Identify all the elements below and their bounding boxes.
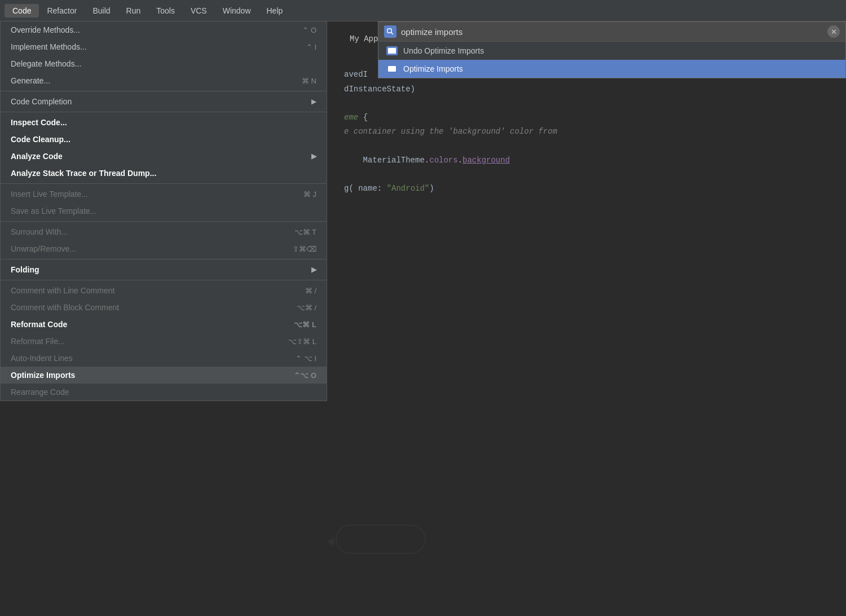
- separator-2: [1, 112, 327, 112]
- editor-line-4: eme {: [344, 111, 829, 125]
- search-overlay: ✕ Undo Optimize Imports Optimize Imports: [378, 21, 846, 78]
- separator-1: [1, 91, 327, 91]
- folding-arrow-icon: ▶: [311, 266, 316, 274]
- editor-line-3: [344, 96, 829, 111]
- menubar-run[interactable]: Run: [118, 4, 149, 17]
- menu-insert-live-template-shortcut: ⌘ J: [303, 190, 316, 199]
- analyze-code-arrow-icon: ▶: [311, 152, 316, 160]
- menu-analyze-stack-trace-label: Analyze Stack Trace or Thread Dump...: [11, 169, 156, 178]
- search-result-optimize-imports[interactable]: Optimize Imports: [378, 60, 845, 78]
- menu-override-methods-label: Override Methods...: [11, 25, 80, 34]
- search-prefix-icon: [384, 25, 396, 38]
- editor-line-2: dInstanceState): [344, 82, 829, 96]
- editor-line-9: g( name: "Android"): [344, 182, 829, 196]
- separator-3: [1, 183, 327, 184]
- menu-reformat-file[interactable]: Reformat File... ⌥⇧⌘ L: [1, 333, 327, 350]
- result-icon-undo: [386, 46, 398, 55]
- menu-comment-block[interactable]: Comment with Block Comment ⌥⌘ /: [1, 299, 327, 316]
- menubar-tools[interactable]: Tools: [148, 4, 183, 17]
- menu-rearrange-code-label: Rearrange Code: [11, 388, 69, 397]
- menu-implement-methods-label: Implement Methods...: [11, 42, 87, 51]
- editor-line-5: e container using the 'background' color…: [344, 125, 829, 139]
- menu-delegate-methods[interactable]: Delegate Methods...: [1, 55, 327, 72]
- menu-analyze-code-label: Analyze Code: [11, 152, 63, 161]
- menubar-build[interactable]: Build: [85, 4, 118, 17]
- menu-code-cleanup-label: Code Cleanup...: [11, 135, 70, 144]
- menu-analyze-stack-trace[interactable]: Analyze Stack Trace or Thread Dump...: [1, 165, 327, 182]
- editor-code: avedI dInstanceState) eme { e container …: [344, 68, 829, 196]
- menubar-help[interactable]: Help: [259, 4, 291, 17]
- menu-inspect-code-label: Inspect Code...: [11, 118, 67, 127]
- menu-surround-with-shortcut: ⌥⌘ T: [294, 228, 316, 236]
- tooltip-arrow-icon: [327, 537, 334, 546]
- code-menu-dropdown: Override Methods... ⌃ O Implement Method…: [0, 21, 327, 401]
- menu-reformat-code[interactable]: Reformat Code ⌥⌘ L: [1, 316, 327, 333]
- menu-code-completion-label: Code Completion: [11, 97, 72, 106]
- menu-folding[interactable]: Folding ▶: [1, 261, 327, 278]
- menu-override-methods[interactable]: Override Methods... ⌃ O: [1, 21, 327, 38]
- separator-6: [1, 280, 327, 280]
- menu-auto-indent[interactable]: Auto-Indent Lines ⌃ ⌥ I: [1, 350, 327, 367]
- result-icon-optimize-inner: [388, 66, 396, 72]
- tooltip-box: [336, 525, 426, 554]
- menu-override-methods-shortcut: ⌃ O: [302, 26, 316, 34]
- editor-line-7: MaterialTheme.colors.background: [344, 153, 829, 168]
- menu-auto-indent-label: Auto-Indent Lines: [11, 354, 73, 363]
- menubar-refactor[interactable]: Refactor: [39, 4, 85, 17]
- menubar: Code Refactor Build Run Tools VCS Window…: [0, 0, 846, 21]
- menu-reformat-code-shortcut: ⌥⌘ L: [294, 320, 316, 329]
- separator-4: [1, 221, 327, 222]
- menu-implement-methods-shortcut: ⌃ I: [306, 43, 316, 51]
- menu-optimize-imports-shortcut: ⌃⌥ O: [294, 371, 316, 380]
- menu-reformat-file-label: Reformat File...: [11, 337, 65, 346]
- search-result-optimize-label: Optimize Imports: [403, 64, 463, 73]
- search-input[interactable]: [401, 27, 827, 37]
- menu-implement-methods[interactable]: Implement Methods... ⌃ I: [1, 38, 327, 55]
- menu-reformat-file-shortcut: ⌥⇧⌘ L: [288, 337, 316, 346]
- menu-analyze-code[interactable]: Analyze Code ▶: [1, 148, 327, 165]
- search-result-undo-optimize-imports[interactable]: Undo Optimize Imports: [378, 42, 845, 60]
- menu-auto-indent-shortcut: ⌃ ⌥ I: [296, 354, 316, 363]
- menu-generate-shortcut: ⌘ N: [302, 77, 316, 85]
- menu-save-live-template[interactable]: Save as Live Template...: [1, 203, 327, 219]
- editor-line-6: [344, 139, 829, 153]
- menu-surround-with-label: Surround With...: [11, 227, 68, 236]
- search-magnifier-icon: [387, 28, 394, 35]
- menu-unwrap-remove-label: Unwrap/Remove...: [11, 244, 76, 253]
- menu-optimize-imports-label: Optimize Imports: [11, 371, 75, 380]
- menu-delegate-methods-label: Delegate Methods...: [11, 59, 81, 68]
- menu-save-live-template-label: Save as Live Template...: [11, 206, 96, 215]
- menu-unwrap-remove-shortcut: ⇧⌘⌫: [293, 245, 316, 253]
- menu-inspect-code[interactable]: Inspect Code...: [1, 114, 327, 131]
- menu-comment-line-shortcut: ⌘ /: [305, 287, 316, 295]
- svg-line-1: [391, 32, 393, 34]
- menu-optimize-imports[interactable]: Optimize Imports ⌃⌥ O: [1, 367, 327, 384]
- menu-unwrap-remove[interactable]: Unwrap/Remove... ⇧⌘⌫: [1, 240, 327, 257]
- menu-comment-block-label: Comment with Block Comment: [11, 303, 119, 312]
- menubar-window[interactable]: Window: [215, 4, 259, 17]
- menu-insert-live-template[interactable]: Insert Live Template... ⌘ J: [1, 186, 327, 203]
- search-result-undo-label: Undo Optimize Imports: [403, 46, 484, 55]
- editor-line-8: [344, 168, 829, 182]
- search-bar: ✕: [378, 22, 845, 42]
- menu-generate-label: Generate...: [11, 76, 50, 85]
- menu-reformat-code-label: Reformat Code: [11, 320, 67, 329]
- menu-folding-label: Folding: [11, 265, 39, 274]
- menu-generate[interactable]: Generate... ⌘ N: [1, 72, 327, 89]
- menu-insert-live-template-label: Insert Live Template...: [11, 190, 88, 199]
- svg-rect-0: [387, 29, 391, 33]
- menu-comment-line[interactable]: Comment with Line Comment ⌘ /: [1, 282, 327, 299]
- menubar-code[interactable]: Code: [5, 4, 39, 17]
- result-icon-undo-inner: [388, 48, 396, 54]
- menu-rearrange-code[interactable]: Rearrange Code: [1, 384, 327, 401]
- menu-comment-block-shortcut: ⌥⌘ /: [297, 303, 316, 312]
- menu-surround-with[interactable]: Surround With... ⌥⌘ T: [1, 223, 327, 240]
- separator-5: [1, 259, 327, 259]
- result-icon-optimize: [386, 64, 398, 73]
- menu-code-completion[interactable]: Code Completion ▶: [1, 93, 327, 110]
- search-close-button[interactable]: ✕: [827, 25, 840, 38]
- menubar-vcs[interactable]: VCS: [183, 4, 215, 17]
- menu-code-cleanup[interactable]: Code Cleanup...: [1, 131, 327, 148]
- menu-comment-line-label: Comment with Line Comment: [11, 286, 114, 295]
- code-completion-arrow-icon: ▶: [311, 98, 316, 105]
